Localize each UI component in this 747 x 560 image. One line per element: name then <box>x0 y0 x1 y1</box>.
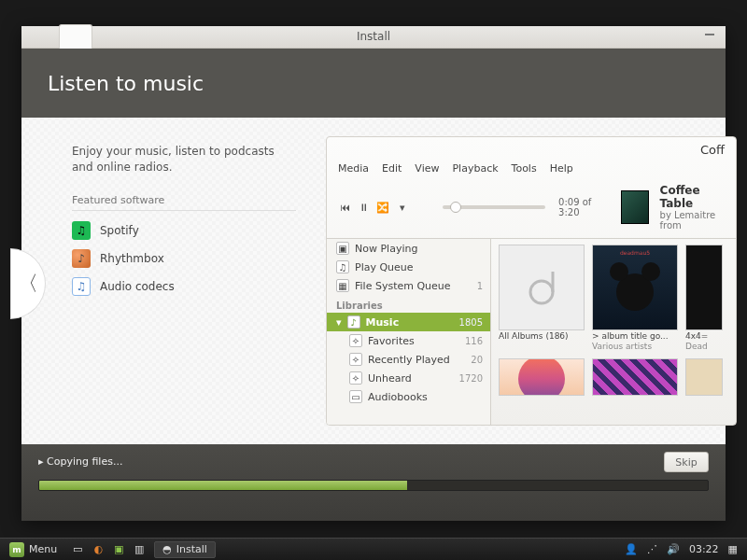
menu-button[interactable]: m Menu <box>0 539 66 560</box>
installer-window: Install Listen to music Enjoy your music… <box>21 26 726 521</box>
queue-icon: ♫ <box>336 260 349 273</box>
seek-slider[interactable] <box>443 205 545 209</box>
prev-track-icon[interactable]: ⏮ <box>338 199 352 216</box>
app-label: Audio codecs <box>100 280 175 293</box>
codecs-icon: ♫ <box>72 277 91 296</box>
music-player-mockup: Coff Media Edit View Playback Tools Help… <box>326 136 737 426</box>
slide-prev-button[interactable]: 〈 <box>10 248 46 319</box>
unheard-icon: ✧ <box>349 371 362 385</box>
menu-item[interactable]: Playback <box>452 162 498 175</box>
album-art-deadmau5: deadmau5 <box>592 245 678 330</box>
volume-icon[interactable]: 🔊 <box>667 543 680 555</box>
album-art-icon <box>621 190 648 224</box>
minimize-icon[interactable] <box>705 34 714 35</box>
disk-icon: ◓ <box>162 543 172 555</box>
app-label: Rhythmbox <box>100 252 164 265</box>
pause-icon[interactable]: ⏸ <box>358 199 372 216</box>
app-spotify[interactable]: ♫ Spotify <box>72 217 296 245</box>
album-item[interactable] <box>499 358 585 396</box>
window-tab <box>59 24 92 49</box>
sidebar-item-play-queue[interactable]: ♫Play Queue <box>327 258 490 276</box>
now-playing-title: Coffee Table <box>660 184 725 210</box>
now-playing-icon: ▣ <box>336 242 349 255</box>
recent-icon: ✧ <box>349 353 362 366</box>
files-icon[interactable]: ▥ <box>130 541 148 558</box>
album-item[interactable]: 4x4= Dead <box>685 245 723 351</box>
album-art-4x4 <box>685 245 723 330</box>
quick-launch: ▭ ◐ ▣ ▥ <box>66 541 150 558</box>
sidebar-item-recent[interactable]: ✧Recently Played 20 <box>327 350 490 369</box>
app-audio-codecs[interactable]: ♫ Audio codecs <box>72 273 296 301</box>
track-time: 0:09 of 3:20 <box>558 197 604 217</box>
hero-banner: Listen to music <box>21 49 726 118</box>
user-icon[interactable]: 👤 <box>625 543 638 555</box>
firefox-icon[interactable]: ◐ <box>89 541 107 558</box>
slide-blurb: Enjoy your music, listen to podcasts and… <box>72 144 296 175</box>
hero-heading: Listen to music <box>48 72 204 95</box>
shuffle-icon[interactable]: 🔀 <box>376 199 390 216</box>
player-controls: ⏮ ⏸ 🔀 ▾ 0:09 of 3:20 Coffee Table by Lem… <box>327 182 736 238</box>
sidebar-section-libraries: Libraries <box>327 295 490 313</box>
app-rhythmbox[interactable]: ♪ Rhythmbox <box>72 245 296 273</box>
tray-icon[interactable]: ▦ <box>728 543 738 555</box>
album-item[interactable]: deadmau5 > album title go... Various art… <box>592 245 678 351</box>
sidebar-item-now-playing[interactable]: ▣Now Playing <box>327 239 490 258</box>
terminal-icon[interactable]: ▣ <box>109 541 128 558</box>
show-desktop-icon[interactable]: ▭ <box>68 541 87 558</box>
system-tray: 👤 ⋰ 🔊 03:22 ▦ <box>625 543 747 555</box>
menu-item[interactable]: Media <box>338 162 369 175</box>
mockup-sidebar: ▣Now Playing ♫Play Queue ▦File System Qu… <box>327 239 491 426</box>
now-playing-artist: by Lemaitre from <box>660 210 725 231</box>
album-art-sunset <box>499 358 585 396</box>
sidebar-item-favorites[interactable]: ✧Favorites 116 <box>327 331 490 350</box>
album-item[interactable] <box>685 358 723 396</box>
mint-logo-icon: m <box>9 542 24 557</box>
rhythmbox-icon: ♪ <box>72 249 91 268</box>
album-item[interactable] <box>592 358 678 396</box>
menu-item[interactable]: Edit <box>382 162 402 175</box>
book-icon: ▭ <box>349 390 362 403</box>
network-icon[interactable]: ⋰ <box>647 543 657 555</box>
dropdown-icon[interactable]: ▾ <box>396 199 410 216</box>
mockup-menubar: Media Edit View Playback Tools Help <box>327 159 736 182</box>
star-icon: ✧ <box>349 334 362 347</box>
music-icon: ♪ <box>347 315 360 329</box>
taskbar-item-install[interactable]: ◓ Install <box>154 541 216 558</box>
app-label: Spotify <box>100 224 139 237</box>
titlebar[interactable]: Install <box>21 26 726 49</box>
menu-item[interactable]: Help <box>550 162 573 175</box>
featured-software: Featured software ♫ Spotify ♪ Rhythmbox … <box>72 194 296 301</box>
taskbar[interactable]: m Menu ▭ ◐ ▣ ▥ ◓ Install 👤 ⋰ 🔊 03:22 ▦ <box>0 538 747 560</box>
progress-fill <box>39 481 407 490</box>
window-title: Install <box>357 30 390 43</box>
sidebar-item-unheard[interactable]: ✧Unheard 1720 <box>327 369 490 387</box>
album-item[interactable]: All Albums (186) <box>499 245 585 351</box>
menu-item[interactable]: View <box>415 162 439 175</box>
spotify-icon: ♫ <box>72 221 91 240</box>
seek-thumb[interactable] <box>450 202 461 213</box>
svg-point-0 <box>530 281 553 303</box>
mockup-window-title: Coff <box>327 137 736 159</box>
album-art-tan <box>685 358 723 396</box>
featured-title: Featured software <box>72 194 296 211</box>
progress-status: ▸ Copying files... <box>21 444 726 479</box>
folder-icon: ▦ <box>336 279 349 292</box>
sidebar-item-fs-queue[interactable]: ▦File System Queue 1 <box>327 276 490 295</box>
clock[interactable]: 03:22 <box>689 543 719 555</box>
now-playing-text: Coffee Table by Lemaitre from <box>660 184 725 231</box>
sidebar-item-music[interactable]: ▾ ♪Music 1805 <box>327 313 490 331</box>
sidebar-item-audiobooks[interactable]: ▭Audiobooks <box>327 387 490 406</box>
menu-item[interactable]: Tools <box>512 162 537 175</box>
album-grid: All Albums (186) deadmau5 > album title … <box>491 239 736 426</box>
album-art-pattern <box>592 358 678 396</box>
slideshow-area: Enjoy your music, listen to podcasts and… <box>21 118 726 444</box>
album-art-all <box>499 245 585 330</box>
progress-bar <box>38 480 709 491</box>
progress-section: ▸ Copying files... Skip <box>21 444 726 521</box>
skip-button[interactable]: Skip <box>664 452 709 472</box>
